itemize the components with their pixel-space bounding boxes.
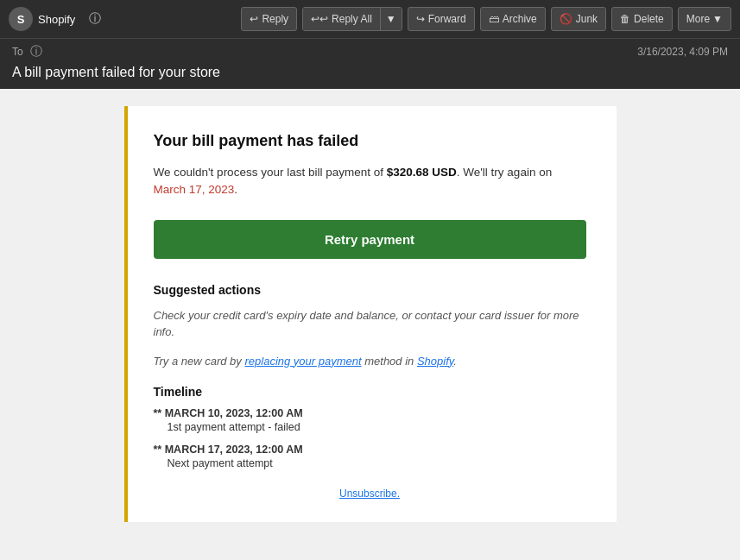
junk-icon: 🚫 xyxy=(560,13,572,25)
reply-button[interactable]: ↩ Reply xyxy=(241,7,297,31)
retry-date: March 17, 2023 xyxy=(154,183,235,196)
payment-amount: $320.68 USD xyxy=(387,166,457,179)
retry-payment-button[interactable]: Retry payment xyxy=(154,220,586,259)
timeline-desc-2: Next payment attempt xyxy=(154,457,586,469)
shopify-link[interactable]: Shopify xyxy=(417,355,453,368)
forward-label: Forward xyxy=(428,13,466,25)
recipient-info-icon[interactable]: ⓘ xyxy=(30,44,42,60)
archive-icon: 🗃 xyxy=(489,13,499,25)
reply-all-group: ↩↩ Reply All ▼ xyxy=(302,7,402,31)
email-header: To ⓘ 3/16/2023, 4:09 PM A bill payment f… xyxy=(0,38,740,89)
reply-icon: ↩ xyxy=(250,13,258,25)
email-timestamp: 3/16/2023, 4:09 PM xyxy=(637,46,728,58)
new-card-text-1: Try a new card by xyxy=(154,355,245,368)
suggested-text: Check your credit card's expiry date and… xyxy=(154,307,586,341)
delete-icon: 🗑 xyxy=(620,13,630,25)
suggested-actions-heading: Suggested actions xyxy=(154,283,586,297)
new-card-text-3: . xyxy=(453,355,457,368)
archive-button[interactable]: 🗃 Archive xyxy=(480,7,546,31)
more-label: More xyxy=(686,13,710,25)
delete-label: Delete xyxy=(634,13,664,25)
forward-icon: ↪ xyxy=(416,13,425,25)
to-label: To xyxy=(12,46,23,58)
sender-avatar: S xyxy=(9,7,33,31)
timeline-desc-1: 1st payment attempt - failed xyxy=(154,421,586,433)
archive-label: Archive xyxy=(503,13,537,25)
forward-button[interactable]: ↪ Forward xyxy=(408,7,475,31)
sender-name: Shopify xyxy=(38,13,75,26)
email-subject: A bill payment failed for your store xyxy=(12,63,728,80)
sender-initial: S xyxy=(17,13,25,26)
junk-label: Junk xyxy=(576,13,598,25)
chevron-down-icon: ▼ xyxy=(386,13,396,25)
intro-text-2: . We'll try again on xyxy=(457,166,552,179)
reply-all-button[interactable]: ↩↩ Reply All xyxy=(303,8,380,30)
reply-label: Reply xyxy=(262,13,288,25)
timeline-date-bold-2: ** MARCH 17, 2023, 12:00 AM xyxy=(154,444,303,456)
junk-button[interactable]: 🚫 Junk xyxy=(551,7,606,31)
reply-all-dropdown-button[interactable]: ▼ xyxy=(380,8,402,30)
email-card: Your bill payment has failed We couldn't… xyxy=(124,106,617,522)
unsubscribe-link[interactable]: Unsubscribe. xyxy=(339,488,400,500)
intro-text-1: We couldn't process your last bill payme… xyxy=(154,166,387,179)
timeline-item-2: ** MARCH 17, 2023, 12:00 AM Next payment… xyxy=(154,444,586,469)
timeline-item-1: ** MARCH 10, 2023, 12:00 AM 1st payment … xyxy=(154,407,586,433)
delete-button[interactable]: 🗑 Delete xyxy=(611,7,673,31)
more-button[interactable]: More ▼ xyxy=(678,7,731,31)
email-meta-row: To ⓘ 3/16/2023, 4:09 PM xyxy=(12,44,728,60)
sender-info-icon[interactable]: ⓘ xyxy=(85,9,104,28)
replacing-payment-link[interactable]: replacing your payment xyxy=(244,355,361,368)
timeline-date-bold-1: ** MARCH 10, 2023, 12:00 AM xyxy=(154,407,303,419)
unsubscribe-row: Unsubscribe. xyxy=(154,485,586,500)
email-main-heading: Your bill payment has failed xyxy=(154,132,586,150)
email-body-wrapper: Your bill payment has failed We couldn't… xyxy=(0,89,740,560)
new-card-text: Try a new card by replacing your payment… xyxy=(154,353,586,370)
timeline-date-2: ** MARCH 17, 2023, 12:00 AM xyxy=(154,444,586,456)
new-card-text-2: method in xyxy=(362,355,417,368)
timeline-date-1: ** MARCH 10, 2023, 12:00 AM xyxy=(154,407,586,419)
timeline-heading: Timeline xyxy=(154,385,586,399)
email-intro-text: We couldn't process your last bill payme… xyxy=(154,164,586,199)
reply-all-label: Reply All xyxy=(332,13,372,25)
intro-text-3: . xyxy=(234,183,237,196)
reply-all-icon: ↩↩ xyxy=(311,13,328,25)
toolbar: S Shopify ⓘ ↩ Reply ↩↩ Reply All ▼ ↪ For… xyxy=(0,0,740,38)
more-chevron-icon: ▼ xyxy=(712,13,723,25)
